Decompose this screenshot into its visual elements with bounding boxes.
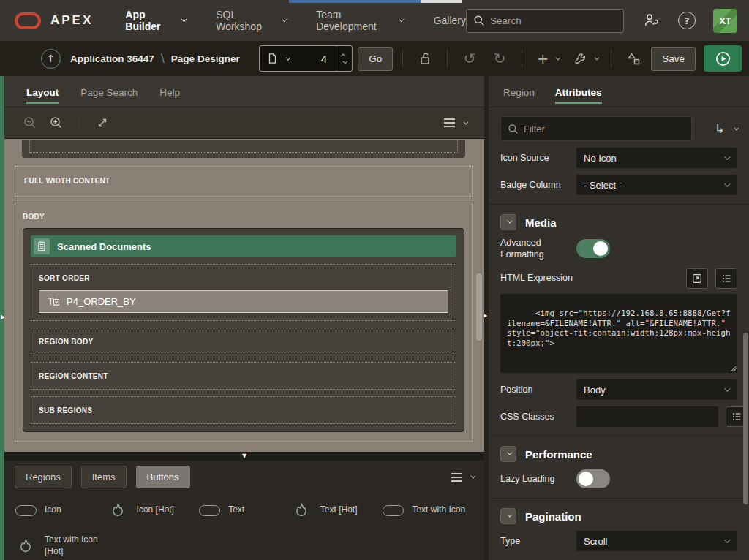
gallery-tab-items[interactable]: Items — [81, 466, 127, 488]
filter-input[interactable] — [524, 124, 670, 135]
breadcrumb-app[interactable]: Application 36447 — [70, 53, 154, 64]
open-in-dialog-button[interactable] — [686, 268, 708, 289]
slot-full-width-content[interactable]: FULL WIDTH CONTENT — [15, 166, 473, 197]
icon-source-select[interactable]: No Icon — [576, 148, 737, 168]
splitter-collapse-icon[interactable]: ▼ — [242, 453, 246, 459]
canvas-scrollbar[interactable] — [476, 273, 482, 341]
chevron-down-icon — [181, 17, 187, 23]
page-selector[interactable]: 4 — [259, 45, 353, 72]
go-up-button[interactable]: ↑ — [41, 49, 61, 69]
chevron-down-icon — [470, 474, 475, 479]
gallery-item-text-with-icon[interactable]: Text with Icon — [382, 501, 474, 520]
search-input[interactable] — [490, 15, 600, 26]
tab-attributes[interactable]: Attributes — [555, 87, 602, 107]
region-title: Scanned Documents — [57, 241, 151, 252]
property-editor-tabs: Region Attributes — [489, 76, 749, 107]
gallery-item-icon-hot[interactable]: Icon [Hot] — [107, 501, 199, 520]
field-label: Badge Column — [500, 179, 576, 191]
region-header[interactable]: Scanned Documents — [31, 235, 456, 257]
main-nav: App Builder SQL Workshop Team Developmen… — [125, 9, 466, 32]
header-search[interactable] — [466, 9, 624, 33]
nav-team-development[interactable]: Team Development — [316, 9, 402, 32]
gallery-item-text-with-icon-hot[interactable]: Text with Icon [Hot] — [15, 534, 107, 557]
breadcrumb: Application 36447 \ Page Designer — [70, 52, 240, 65]
gallery-item-text-hot[interactable]: Text [Hot] — [290, 501, 383, 520]
create-menu-button[interactable]: + — [532, 46, 564, 71]
nav-sql-workshop[interactable]: SQL Workshop — [216, 9, 285, 32]
collapse-section-button[interactable] — [500, 446, 516, 462]
toggle-knob — [579, 472, 593, 486]
advanced-formatting-toggle[interactable] — [576, 239, 610, 258]
code-editor-list-button[interactable] — [715, 268, 737, 289]
page-item-p4-order-by[interactable]: P4_ORDER_BY — [39, 290, 448, 313]
slot-sort-order[interactable]: SORT ORDER P4_ORDER_BY — [31, 264, 456, 321]
badge-column-select[interactable]: - Select - — [576, 175, 737, 195]
partial-region-above[interactable] — [22, 140, 465, 158]
property-filter[interactable] — [500, 116, 692, 141]
lock-icon[interactable] — [413, 46, 437, 71]
gallery-menu-button[interactable] — [451, 473, 474, 482]
page-number-input[interactable]: 4 — [291, 53, 329, 65]
go-button[interactable]: Go — [358, 47, 393, 71]
expand-all-icon[interactable] — [94, 115, 110, 131]
flame-icon — [107, 501, 129, 520]
layout-canvas[interactable]: FULL WIDTH CONTENT BODY Scanned Document… — [4, 139, 484, 452]
tab-help[interactable]: Help — [159, 87, 180, 107]
slot-region-body[interactable]: REGION BODY — [31, 328, 456, 355]
layout-menu-button[interactable] — [444, 118, 467, 127]
utilities-menu-button[interactable] — [569, 46, 601, 71]
toolbar-actions: 4 Go ↺ ↻ + Save — [259, 45, 742, 72]
shared-components-icon[interactable] — [621, 46, 646, 71]
nav-app-builder[interactable]: App Builder — [125, 9, 185, 32]
admin-services-icon[interactable] — [641, 11, 660, 30]
page-number-stepper[interactable] — [336, 46, 352, 71]
resize-handle[interactable] — [730, 366, 736, 371]
region-scanned-documents[interactable]: Scanned Documents SORT ORDER P4_ORDER_BY… — [23, 228, 464, 432]
gallery-item-icon[interactable]: Icon — [15, 501, 107, 520]
pagination-type-select[interactable]: Scroll — [576, 531, 737, 551]
tab-region[interactable]: Region — [503, 87, 535, 107]
user-avatar[interactable]: XT — [713, 9, 737, 33]
tab-page-search[interactable]: Page Search — [80, 87, 138, 107]
zoom-out-icon[interactable] — [22, 115, 38, 131]
divider — [79, 113, 80, 132]
zoom-in-icon[interactable] — [48, 115, 64, 131]
slot-sub-regions[interactable]: SUB REGIONS — [31, 396, 456, 424]
collapse-section-button[interactable] — [500, 508, 516, 524]
stepper-down-icon[interactable] — [343, 58, 348, 64]
help-icon[interactable]: ? — [678, 12, 696, 29]
css-classes-input[interactable] — [576, 406, 718, 427]
apex-home-link[interactable]: APEX — [15, 12, 93, 29]
position-select[interactable]: Body — [576, 379, 737, 400]
tab-layout[interactable]: Layout — [26, 87, 59, 107]
lazy-loading-toggle[interactable] — [576, 469, 610, 488]
run-page-button[interactable] — [704, 45, 742, 72]
stepper-up-icon[interactable] — [341, 53, 346, 58]
chevron-down-icon — [724, 537, 730, 542]
gallery-tab-buttons[interactable]: Buttons — [136, 466, 190, 488]
gallery-item-label: Text with Icon — [412, 504, 465, 516]
field-label: Position — [500, 384, 576, 396]
page-selector-main[interactable]: 4 — [260, 46, 336, 71]
chevron-down-icon — [724, 385, 730, 391]
gallery-tab-regions[interactable]: Regions — [15, 466, 72, 488]
go-to-group-button[interactable]: ↳ — [715, 121, 737, 136]
gallery-item-text[interactable]: Text — [198, 501, 290, 520]
nav-gallery[interactable]: Gallery — [434, 15, 466, 26]
field-row-icon-source: Icon Source No Icon — [500, 148, 737, 168]
select-list-item-icon — [46, 296, 60, 307]
undo-icon[interactable]: ↺ — [457, 46, 482, 71]
slot-body[interactable]: BODY Scanned Documents SORT ORDER P4_ORD… — [15, 203, 473, 442]
html-expression-textarea[interactable]: <img src="https://192.168.8.65:8888/Get?… — [500, 294, 737, 374]
redo-icon[interactable]: ↻ — [487, 46, 512, 71]
nav-label: Team Development — [316, 9, 394, 32]
save-button[interactable]: Save — [651, 47, 696, 71]
brand-name: APEX — [50, 13, 93, 28]
gallery-item-label: Text with Icon [Hot] — [45, 534, 107, 557]
goto-arrow-icon: ↳ — [715, 121, 725, 136]
property-editor-scrollbar[interactable] — [743, 333, 748, 504]
slot-region-content[interactable]: REGION CONTENT — [31, 362, 456, 390]
search-icon — [508, 124, 519, 135]
horizontal-splitter[interactable]: ▼ — [4, 452, 484, 461]
collapse-section-button[interactable] — [500, 214, 516, 230]
